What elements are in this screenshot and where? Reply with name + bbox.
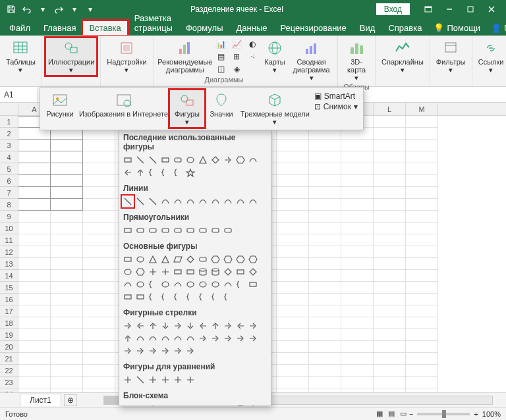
cell[interactable]: [374, 234, 406, 246]
cell[interactable]: [309, 270, 341, 282]
shape-arrowU[interactable]: [210, 320, 221, 332]
recommended-charts-button[interactable]: Рекомендуемые диаграммы: [157, 38, 213, 75]
shape-brace[interactable]: [184, 291, 196, 303]
shape-arrow[interactable]: [172, 320, 184, 332]
redo-icon[interactable]: [51, 2, 66, 16]
row-header[interactable]: 21: [0, 353, 18, 365]
shape-curve[interactable]: [184, 196, 196, 207]
cell[interactable]: [18, 294, 51, 305]
shape-rect[interactable]: [122, 291, 134, 303]
cell[interactable]: [341, 163, 374, 175]
cell[interactable]: [51, 234, 83, 246]
row-header[interactable]: 4: [0, 151, 18, 163]
add-sheet-button[interactable]: ⊕: [64, 394, 77, 406]
cell[interactable]: [277, 163, 309, 175]
shape-line[interactable]: [134, 374, 146, 386]
select-all-triangle[interactable]: [0, 103, 18, 115]
cell[interactable]: [374, 128, 406, 140]
shape-tri[interactable]: [159, 253, 171, 265]
cell[interactable]: [18, 175, 51, 187]
tab-insert[interactable]: Вставка: [82, 20, 127, 36]
cell[interactable]: [51, 151, 83, 163]
cell[interactable]: [18, 377, 51, 388]
row-header[interactable]: 17: [0, 305, 18, 317]
cell[interactable]: [406, 282, 438, 294]
shape-rect[interactable]: [122, 403, 134, 406]
cell[interactable]: [309, 341, 341, 353]
shape-arrowL[interactable]: [134, 320, 146, 332]
shape-tri[interactable]: [147, 253, 159, 265]
view-normal-icon[interactable]: ▦: [374, 409, 385, 418]
shape-oval[interactable]: [134, 253, 146, 265]
shape-arrow[interactable]: [122, 345, 134, 357]
shape-arrowL[interactable]: [122, 167, 134, 178]
shape-brace[interactable]: [147, 167, 159, 178]
shape-arrow[interactable]: [222, 320, 234, 332]
shape-oval[interactable]: [134, 278, 146, 290]
cell[interactable]: [51, 365, 83, 377]
shape-rect[interactable]: [172, 266, 184, 278]
cell[interactable]: [406, 317, 438, 329]
shape-brace[interactable]: [159, 167, 171, 178]
cell[interactable]: [341, 365, 374, 377]
shape-rrect[interactable]: [134, 224, 146, 236]
hierarchy-chart-icon[interactable]: ▤: [213, 51, 229, 63]
cell[interactable]: [309, 151, 341, 163]
tab-home[interactable]: Главная: [37, 20, 82, 36]
shape-curve[interactable]: [172, 278, 184, 290]
cell[interactable]: [277, 140, 309, 151]
maps-button[interactable]: Карты▾: [260, 38, 289, 75]
row-header[interactable]: 11: [0, 234, 18, 246]
cell[interactable]: [341, 329, 374, 341]
3d-map-button[interactable]: 3D-карта▾: [342, 38, 371, 83]
tables-button[interactable]: Таблицы▾: [4, 38, 38, 75]
login-button[interactable]: Вход: [376, 3, 410, 15]
cell[interactable]: [341, 234, 374, 246]
shape-brace[interactable]: [210, 291, 221, 303]
cell[interactable]: [83, 199, 115, 211]
shape-diam[interactable]: [210, 154, 221, 166]
ribbon-options-icon[interactable]: [418, 0, 439, 18]
shape-arrowD[interactable]: [184, 320, 196, 332]
tab-view[interactable]: Вид: [353, 20, 382, 36]
shape-rect[interactable]: [235, 266, 246, 278]
shape-rrect[interactable]: [172, 154, 184, 166]
shape-curve[interactable]: [197, 196, 209, 207]
shape-hex[interactable]: [235, 154, 246, 166]
shape-arrow[interactable]: [159, 345, 171, 357]
zoom-slider[interactable]: [417, 413, 470, 415]
shape-arrow[interactable]: [184, 345, 196, 357]
cell[interactable]: [309, 317, 341, 329]
cell[interactable]: [406, 353, 438, 365]
shape-tri[interactable]: [197, 154, 209, 166]
cell[interactable]: [18, 353, 51, 365]
cell[interactable]: [406, 199, 438, 211]
shape-brace[interactable]: [147, 291, 159, 303]
shape-hex[interactable]: [247, 253, 259, 265]
cell[interactable]: [406, 211, 438, 223]
cell[interactable]: [309, 258, 341, 270]
undo-icon[interactable]: [20, 2, 34, 16]
cell[interactable]: [309, 140, 341, 151]
cell[interactable]: [83, 305, 115, 317]
cell[interactable]: [51, 187, 83, 199]
cell[interactable]: [277, 341, 309, 353]
shape-cyl[interactable]: [197, 266, 209, 278]
line-chart-icon[interactable]: 📈: [229, 38, 244, 50]
cell[interactable]: [277, 223, 309, 234]
view-page-break-icon[interactable]: ▭: [397, 409, 409, 418]
cell[interactable]: [374, 317, 406, 329]
cell[interactable]: [341, 258, 374, 270]
cell[interactable]: [83, 329, 115, 341]
cell[interactable]: [18, 140, 51, 151]
shape-plus[interactable]: [147, 374, 159, 386]
cell[interactable]: [51, 211, 83, 223]
cell[interactable]: [277, 317, 309, 329]
cell[interactable]: [83, 258, 115, 270]
cell[interactable]: [51, 258, 83, 270]
cell[interactable]: [374, 175, 406, 187]
shape-hex[interactable]: [222, 253, 234, 265]
row-header[interactable]: 23: [0, 377, 18, 388]
cell[interactable]: [18, 270, 51, 282]
cell[interactable]: [83, 187, 115, 199]
